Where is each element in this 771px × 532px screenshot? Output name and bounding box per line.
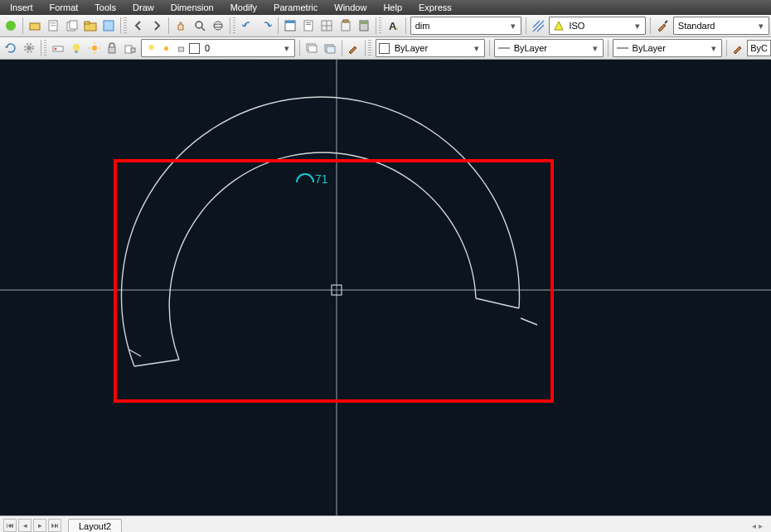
- layout-tab-layout2[interactable]: Layout2: [68, 519, 122, 533]
- svg-rect-9: [104, 21, 114, 31]
- tool-folder-icon[interactable]: [81, 16, 99, 36]
- svg-point-0: [6, 21, 16, 31]
- color-label: ByLayer: [392, 43, 471, 53]
- tool-hatch-icon[interactable]: [529, 16, 547, 36]
- menu-tools[interactable]: Tools: [86, 2, 124, 13]
- svg-rect-23: [343, 20, 348, 22]
- svg-rect-15: [285, 21, 295, 23]
- color-dropdown[interactable]: ByLayer ▾: [376, 39, 485, 57]
- svg-point-10: [196, 22, 202, 28]
- tool-lock-icon[interactable]: [103, 38, 121, 58]
- svg-rect-39: [109, 47, 115, 53]
- tab-scroll-hint: ◂ ▸: [752, 521, 768, 530]
- tool-bulb-on-icon[interactable]: [67, 38, 85, 58]
- layer-color-swatch: [189, 43, 200, 54]
- lineweight-dropdown[interactable]: ByLayer ▾: [613, 39, 722, 57]
- layout-tabs-bar: ⏮ ◂ ▸ ⏭ Layout2 ◂ ▸: [0, 515, 771, 532]
- tool-grid-icon[interactable]: [318, 16, 336, 36]
- svg-line-27: [665, 21, 667, 23]
- triangle-icon: [553, 20, 565, 31]
- tool-undo-icon[interactable]: [238, 16, 256, 36]
- svg-point-43: [164, 46, 168, 51]
- tool-brush2-icon[interactable]: [729, 38, 747, 58]
- color-swatch: [379, 43, 390, 54]
- svg-rect-46: [308, 46, 317, 52]
- tab-first-icon[interactable]: ⏮: [3, 519, 17, 532]
- menu-express[interactable]: Express: [410, 2, 460, 13]
- tool-palette-icon[interactable]: [99, 16, 118, 36]
- svg-point-13: [214, 24, 222, 27]
- extra-dropdown-label[interactable]: ByC: [747, 40, 771, 56]
- tool-brush-icon[interactable]: [653, 16, 672, 36]
- menu-modify[interactable]: Modify: [222, 2, 265, 13]
- tool-refresh-icon[interactable]: [2, 38, 20, 58]
- tool-redo-icon[interactable]: [257, 16, 275, 36]
- tool-orbit-icon[interactable]: [209, 16, 227, 36]
- tool-layerstate-icon[interactable]: [49, 38, 67, 58]
- tool-properties-icon[interactable]: [299, 16, 318, 36]
- tool-paint-icon[interactable]: [344, 38, 362, 58]
- tool-calc-icon[interactable]: [355, 16, 373, 36]
- svg-rect-33: [75, 51, 78, 53]
- chevron-down-icon: ▾: [708, 43, 720, 54]
- tool-green-icon[interactable]: [2, 16, 20, 36]
- tool-nav-fwd-icon[interactable]: [148, 16, 166, 36]
- linetype-dropdown[interactable]: ByLayer ▾: [494, 39, 604, 57]
- standard-label: Standard: [676, 21, 755, 31]
- menu-format[interactable]: Format: [41, 2, 87, 13]
- layer-name: 0: [202, 43, 281, 53]
- tool-window-icon[interactable]: [281, 16, 299, 36]
- svg-point-28: [27, 46, 32, 51]
- layer-dropdown[interactable]: 0 ▾: [141, 39, 295, 57]
- svg-rect-18: [306, 24, 311, 25]
- menu-window[interactable]: Window: [326, 2, 375, 13]
- bulb-icon: [145, 42, 157, 54]
- svg-line-11: [201, 27, 205, 31]
- tool-hand-icon[interactable]: [172, 16, 190, 36]
- svg-point-12: [214, 22, 222, 30]
- svg-rect-48: [327, 46, 335, 53]
- tool-open-icon[interactable]: [26, 16, 44, 36]
- svg-rect-1: [30, 23, 40, 30]
- tab-prev-icon[interactable]: ◂: [18, 519, 32, 532]
- svg-point-34: [92, 46, 97, 51]
- svg-point-32: [73, 44, 80, 51]
- menu-parametric[interactable]: Parametric: [265, 2, 326, 13]
- lineweight-preview-icon: [617, 42, 628, 54]
- standard-dropdown[interactable]: Standard ▾: [673, 17, 769, 35]
- tool-layer-lock-icon[interactable]: [121, 38, 139, 58]
- highlight-box: [114, 159, 554, 403]
- tool-zoom-icon[interactable]: [190, 16, 208, 36]
- tool-nav-back-icon[interactable]: [129, 16, 148, 36]
- menu-help[interactable]: Help: [375, 2, 410, 13]
- tab-next-icon[interactable]: ▸: [33, 519, 46, 532]
- menu-insert[interactable]: Insert: [2, 2, 41, 13]
- svg-rect-6: [70, 21, 77, 29]
- dim-style-label: dim: [413, 21, 508, 31]
- menu-draw[interactable]: Draw: [124, 2, 162, 13]
- svg-rect-25: [361, 22, 367, 24]
- linetype-label: ByLayer: [512, 43, 589, 53]
- svg-rect-8: [85, 22, 90, 24]
- tool-layers2-icon[interactable]: [321, 38, 339, 58]
- chevron-down-icon: ▾: [755, 21, 767, 31]
- tool-gear-icon[interactable]: [20, 38, 38, 58]
- iso-dropdown[interactable]: ISO ▾: [549, 17, 645, 35]
- drawing-canvas[interactable]: 71: [0, 60, 771, 515]
- toolbar-row-1: A dim ▾ ISO ▾ Standard ▾: [0, 15, 771, 37]
- iso-label: ISO: [566, 21, 631, 31]
- menu-dimension[interactable]: Dimension: [162, 2, 222, 13]
- tool-text-style-icon[interactable]: A: [384, 16, 402, 36]
- tool-sun-icon[interactable]: [85, 38, 104, 58]
- chevron-down-icon: ▾: [632, 21, 643, 31]
- svg-rect-44: [178, 47, 183, 51]
- svg-point-42: [148, 45, 153, 50]
- svg-text:A: A: [389, 20, 397, 32]
- svg-point-31: [54, 48, 56, 51]
- tool-sheets-icon[interactable]: [63, 16, 81, 36]
- tool-paste-icon[interactable]: [336, 16, 354, 36]
- dim-style-dropdown[interactable]: dim ▾: [410, 17, 522, 35]
- tool-layers1-icon[interactable]: [303, 38, 321, 58]
- tool-sheet-icon[interactable]: [44, 16, 62, 36]
- tab-last-icon[interactable]: ⏭: [48, 519, 61, 532]
